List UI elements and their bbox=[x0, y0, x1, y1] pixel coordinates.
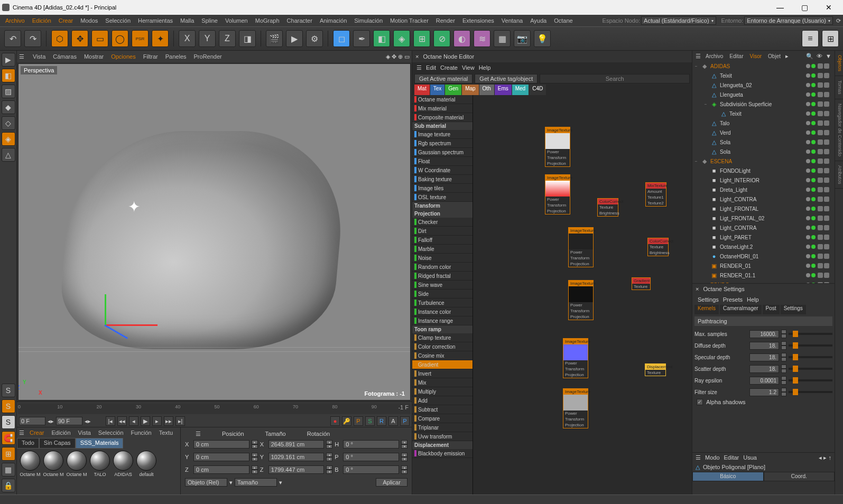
node-item-image-tiles[interactable]: Image tiles bbox=[412, 184, 473, 193]
obj-RENDER_01.1[interactable]: ▣RENDER_01.1 bbox=[692, 270, 835, 280]
menu-edición[interactable]: Edición bbox=[29, 16, 54, 25]
menu-simulación[interactable]: Simulación bbox=[351, 16, 386, 25]
generator-button[interactable]: ◧ bbox=[373, 30, 390, 47]
lock-icon[interactable]: 🔒 bbox=[2, 479, 15, 492]
material-Octane M[interactable]: Octane M bbox=[66, 451, 88, 492]
node-tab-gen[interactable]: Gen bbox=[445, 85, 461, 95]
node-tab-oth[interactable]: Oth bbox=[479, 85, 494, 95]
node-item-marble[interactable]: Marble bbox=[412, 245, 473, 254]
node-item-mix-material[interactable]: Mix material bbox=[412, 104, 473, 113]
node-item-cosine-mix[interactable]: Cosine mix bbox=[412, 351, 473, 360]
node-item-noise[interactable]: Noise bbox=[412, 254, 473, 263]
node-item-color-correction[interactable]: Color correction bbox=[412, 342, 473, 351]
spline-button[interactable]: ✒ bbox=[353, 30, 370, 47]
menu-animación[interactable]: Animación bbox=[317, 16, 350, 25]
next-key-button[interactable]: ▸▸ bbox=[164, 416, 173, 426]
material-ADIDAS[interactable]: ADIDAS bbox=[112, 451, 134, 492]
node-item-rgb-spectrum[interactable]: Rgb spectrum bbox=[412, 139, 473, 148]
snap-o-icon[interactable]: S bbox=[2, 399, 15, 413]
goto-start-button[interactable]: |◂ bbox=[106, 416, 115, 426]
start-frame[interactable]: 0 F bbox=[19, 417, 45, 425]
magnet-icon[interactable]: 🧲 bbox=[2, 431, 15, 445]
object-mode-icon[interactable]: ◆ bbox=[2, 100, 15, 114]
camera-button[interactable]: 📷 bbox=[514, 30, 531, 47]
workspace-combo[interactable]: Actual (Estándard/Físico) bbox=[641, 16, 716, 25]
obj-ESCENA[interactable]: −◆ESCENA bbox=[692, 156, 835, 166]
key-r-button[interactable]: R bbox=[377, 416, 386, 426]
world-button[interactable]: ◨ bbox=[239, 30, 256, 47]
timeline-bar[interactable]: -1 F0102030405060708090 bbox=[18, 403, 411, 414]
node-item-osl-texture[interactable]: OSL texture bbox=[412, 193, 473, 202]
node-tab-ems[interactable]: Ems bbox=[495, 85, 512, 95]
make-editable-icon[interactable]: ▶ bbox=[2, 53, 15, 67]
obj-FONDOLight[interactable]: ■FONDOLight bbox=[692, 166, 835, 175]
menu-render[interactable]: Render bbox=[433, 16, 458, 25]
menu-malla[interactable]: Malla bbox=[177, 16, 197, 25]
menu-selección[interactable]: Selección bbox=[102, 16, 134, 25]
poly-mode-icon[interactable]: △ bbox=[2, 148, 15, 162]
field-button[interactable]: ≋ bbox=[474, 30, 490, 47]
obj-Teixit[interactable]: △Teixit bbox=[692, 71, 835, 80]
kernel-combo[interactable]: Pathtracing bbox=[694, 316, 832, 326]
node-item-checker[interactable]: Checker bbox=[412, 218, 473, 227]
refresh-icon[interactable]: ⟳ bbox=[836, 17, 841, 24]
node-close-icon[interactable]: × bbox=[415, 53, 419, 60]
psr-button[interactable]: PSR bbox=[132, 30, 149, 47]
node-item-multiply[interactable]: Multiply bbox=[412, 387, 473, 396]
goto-end-button[interactable]: ▸| bbox=[175, 416, 185, 426]
node-item-random-color[interactable]: Random color bbox=[412, 263, 473, 272]
point-mode-icon[interactable]: ◇ bbox=[2, 116, 15, 130]
node-item-gaussian-spectrum[interactable]: Gaussian spectrum bbox=[412, 148, 473, 157]
axis-gizmo[interactable] bbox=[105, 284, 158, 326]
material-Octane M[interactable]: Octane M bbox=[19, 451, 41, 492]
layout1-button[interactable]: ≡ bbox=[802, 30, 819, 47]
workplane-icon[interactable]: ⊞ bbox=[2, 447, 15, 461]
menu-motion tracker[interactable]: Motion Tracker bbox=[387, 16, 432, 25]
apply-button[interactable]: Aplicar bbox=[376, 478, 407, 487]
node-item-triplanar[interactable]: Triplanar bbox=[412, 423, 473, 432]
node-list[interactable]: Octane materialMix materialComposite mat… bbox=[412, 95, 473, 494]
key-s-button[interactable]: S bbox=[365, 416, 375, 426]
menu-extensiones[interactable]: Extensiones bbox=[459, 16, 497, 25]
node-item-gradient[interactable]: Gradient bbox=[412, 360, 473, 369]
env-button[interactable]: ▦ bbox=[494, 30, 511, 47]
obj-Light_INTERIOR[interactable]: ■Light_INTERIOR bbox=[692, 175, 835, 185]
menu-archivo[interactable]: Archivo bbox=[2, 16, 28, 25]
x-axis-button[interactable]: X bbox=[179, 30, 196, 47]
obj-Llengueta[interactable]: △Llengueta bbox=[692, 90, 835, 99]
node-item-add[interactable]: Add bbox=[412, 396, 473, 405]
obj-Subdivisión Superficie[interactable]: −◈Subdivisión Superficie bbox=[692, 99, 835, 109]
obj-Light_FRONTAL[interactable]: ■Light_FRONTAL bbox=[692, 204, 835, 213]
node-item-subtract[interactable]: Subtract bbox=[412, 405, 473, 414]
move-button[interactable]: ✥ bbox=[71, 30, 88, 47]
boole-button[interactable]: ⊘ bbox=[433, 30, 450, 47]
light-button[interactable]: 💡 bbox=[534, 30, 551, 47]
obj-OctaneLight.2[interactable]: ■OctaneLight.2 bbox=[692, 242, 835, 251]
obj-Ligt_FRONTAL_02[interactable]: ■Ligt_FRONTAL_02 bbox=[692, 213, 835, 223]
viewport[interactable]: Perspectiva ✦ Y X Z Fotograma : -1 bbox=[18, 63, 411, 400]
key-p2-button[interactable]: P bbox=[400, 416, 410, 426]
node-item-clamp-texture[interactable]: Clamp texture bbox=[412, 333, 473, 342]
prev-frame-button[interactable]: ◂ bbox=[129, 416, 138, 426]
obj-Light_CONTRA[interactable]: ■Light_CONTRA bbox=[692, 223, 835, 232]
obj-Teixit[interactable]: △Teixit bbox=[692, 109, 835, 118]
obj-Light_CONTRA[interactable]: ■Light_CONTRA bbox=[692, 194, 835, 204]
obj-OctaneHDRI_01[interactable]: ●OctaneHDRI_01 bbox=[692, 251, 835, 261]
node-tab-map[interactable]: Map bbox=[462, 85, 478, 95]
node-tab-med[interactable]: Med bbox=[512, 85, 529, 95]
search-icon[interactable]: 🔍 bbox=[806, 53, 813, 60]
obj-RENDER_01[interactable]: ▣RENDER_01 bbox=[692, 261, 835, 270]
y-axis-button[interactable]: Y bbox=[199, 30, 216, 47]
key-a-button[interactable]: A bbox=[388, 416, 398, 426]
node-item-falloff[interactable]: Falloff bbox=[412, 236, 473, 245]
z-axis-button[interactable]: Z bbox=[219, 30, 236, 47]
node-tab-c4d[interactable]: C4D bbox=[529, 85, 546, 95]
settings-close-icon[interactable]: × bbox=[696, 286, 699, 292]
live-select-button[interactable]: ⬡ bbox=[51, 30, 68, 47]
env-combo[interactable]: Entorno de Arranque (Usuario) bbox=[744, 16, 833, 25]
menu-modos[interactable]: Modos bbox=[77, 16, 101, 25]
snap-w-icon[interactable]: S bbox=[2, 415, 15, 429]
node-graph[interactable]: ImageTexturePowerTransformProjection Ima… bbox=[473, 95, 692, 494]
filter-icon[interactable]: ▼ bbox=[826, 53, 831, 59]
get-material-button[interactable]: Get Active material bbox=[414, 74, 473, 83]
